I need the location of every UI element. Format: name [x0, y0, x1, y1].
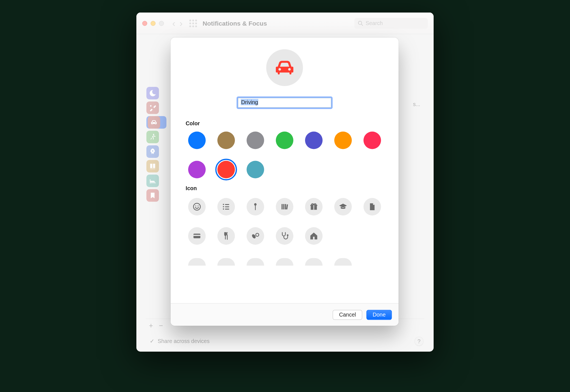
svg-point-8: [223, 206, 224, 207]
color-indigo[interactable]: [305, 132, 323, 149]
color-red[interactable]: [217, 161, 235, 178]
svg-point-25: [287, 234, 288, 236]
color-section-label: Color: [186, 120, 384, 127]
svg-rect-7: [225, 204, 229, 205]
icon-house[interactable]: [305, 227, 323, 245]
svg-rect-13: [255, 205, 256, 210]
icon-clipped-1[interactable]: [188, 258, 206, 266]
icon-fork[interactable]: [217, 227, 235, 245]
car-hero-icon: [273, 56, 296, 79]
color-brown[interactable]: [217, 132, 235, 149]
icon-card[interactable]: [188, 227, 206, 245]
svg-rect-20: [313, 205, 314, 210]
svg-rect-15: [283, 204, 284, 209]
svg-rect-26: [313, 237, 315, 239]
icon-clipped-5[interactable]: [305, 258, 323, 266]
preferences-window: ‹ › Notifications & Focus Search: [136, 13, 434, 352]
color-purple[interactable]: [188, 161, 206, 178]
svg-point-24: [256, 233, 259, 236]
svg-point-5: [198, 205, 199, 207]
icon-clipped-2[interactable]: [217, 258, 235, 266]
color-pink[interactable]: [363, 132, 381, 149]
color-teal[interactable]: [247, 161, 264, 178]
icon-books[interactable]: [276, 198, 293, 215]
icon-stethoscope[interactable]: [276, 227, 293, 245]
color-orange[interactable]: [334, 132, 352, 149]
color-blue[interactable]: [188, 132, 206, 149]
focus-name-value: Driving: [241, 99, 259, 106]
icon-gift[interactable]: [305, 198, 323, 215]
svg-point-6: [223, 204, 224, 205]
svg-rect-22: [193, 235, 200, 236]
focus-name-input[interactable]: Driving: [238, 98, 331, 108]
icon-document[interactable]: [363, 198, 381, 215]
icon-clipped-4[interactable]: [276, 258, 293, 266]
svg-rect-16: [285, 204, 286, 209]
icon-clipped-3[interactable]: [247, 258, 264, 266]
icon-smiley[interactable]: [188, 198, 206, 215]
svg-rect-17: [286, 204, 288, 209]
color-swatches: [185, 132, 384, 178]
hero-icon-circle: [266, 49, 303, 86]
color-gray[interactable]: [247, 132, 264, 149]
svg-point-10: [223, 209, 224, 210]
svg-rect-14: [282, 204, 283, 209]
icon-graduation[interactable]: [334, 198, 352, 215]
icon-section-label: Icon: [186, 185, 384, 192]
icon-grid: [185, 196, 384, 245]
icon-grid-row3: [185, 256, 384, 266]
svg-rect-11: [225, 209, 229, 209]
svg-point-4: [195, 205, 196, 207]
icon-pills[interactable]: [247, 227, 264, 245]
icon-pin[interactable]: [247, 198, 264, 215]
svg-point-3: [193, 203, 200, 210]
svg-rect-9: [225, 206, 229, 207]
done-button[interactable]: Done: [366, 310, 392, 320]
cancel-button[interactable]: Cancel: [333, 310, 362, 320]
icon-clipped-6[interactable]: [334, 258, 352, 266]
edit-focus-sheet: Driving Color Icon: [171, 38, 399, 326]
color-green[interactable]: [276, 132, 293, 149]
sheet-footer: Cancel Done: [171, 303, 399, 326]
icon-list[interactable]: [217, 198, 235, 215]
